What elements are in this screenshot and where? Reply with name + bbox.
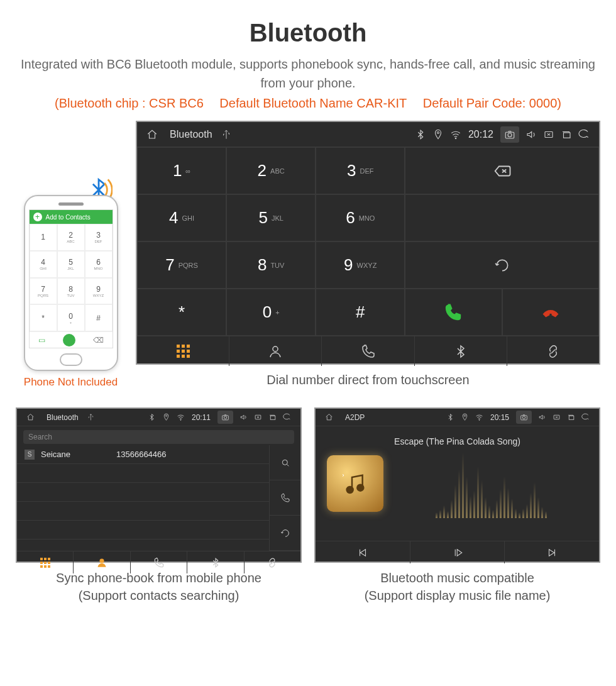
tab-settings[interactable] <box>245 551 300 573</box>
phone-key-1: 1 <box>30 224 57 251</box>
status-bar: Bluetooth 20:11 <box>17 409 300 426</box>
close-icon[interactable] <box>543 129 554 140</box>
bluetooth-status-icon <box>446 413 454 421</box>
contact-row-empty <box>17 483 269 502</box>
location-icon <box>461 413 469 421</box>
tab-pair[interactable] <box>187 551 244 573</box>
tab-keypad[interactable] <box>137 336 229 366</box>
spec-code: Default Pair Code: 0000) <box>423 96 561 110</box>
now-playing-title: Escape (The Pina Colada Song) <box>316 436 599 446</box>
recent-apps-icon[interactable] <box>268 413 277 421</box>
dial-key-2[interactable]: 2ABC <box>226 147 316 194</box>
dial-contact-button[interactable] <box>269 480 300 516</box>
tab-keypad[interactable] <box>17 551 74 573</box>
sync-button[interactable] <box>269 516 300 551</box>
dial-key-3[interactable]: 3DEF <box>316 147 405 194</box>
dial-key-8[interactable]: 8TUV <box>226 241 316 289</box>
back-icon[interactable] <box>581 413 590 421</box>
phone-key-#: # <box>85 304 113 331</box>
dial-key-#[interactable]: # <box>316 289 405 336</box>
voicemail-icon: ▭ <box>38 336 45 345</box>
dial-key-4[interactable]: 4GHI <box>137 194 226 241</box>
dial-key-*[interactable]: * <box>137 289 226 336</box>
home-icon[interactable] <box>325 413 333 421</box>
contact-row-empty <box>17 521 269 539</box>
tab-history[interactable] <box>322 336 414 366</box>
tab-contacts[interactable] <box>74 551 130 573</box>
wifi-icon <box>177 413 185 421</box>
location-icon <box>162 413 170 421</box>
dial-key-7[interactable]: 7PQRS <box>137 241 226 289</box>
dial-key-0[interactable]: 0+ <box>226 289 316 336</box>
back-icon[interactable] <box>283 413 291 421</box>
dial-key-1[interactable]: 1∞ <box>137 147 226 194</box>
home-icon[interactable] <box>26 413 35 421</box>
phone-dial-button <box>63 334 75 346</box>
next-track-button[interactable] <box>505 541 599 563</box>
hangup-button[interactable] <box>502 289 599 336</box>
clock: 20:15 <box>490 413 509 422</box>
clock: 20:11 <box>192 413 211 422</box>
phone-key-6: 6MNO <box>85 251 113 278</box>
status-bar: A2DP 20:15 <box>316 409 599 426</box>
prev-track-button[interactable] <box>316 541 410 563</box>
tab-settings[interactable] <box>507 336 599 366</box>
search-input[interactable]: Search <box>23 430 294 444</box>
spec-name: Default Bluetooth Name CAR-KIT <box>219 96 407 110</box>
recent-apps-icon[interactable] <box>567 413 575 421</box>
bluetooth-status-icon <box>415 129 426 140</box>
phone-key-4: 4GHI <box>30 251 57 278</box>
search-button[interactable] <box>269 445 300 480</box>
contact-row-empty <box>17 502 269 521</box>
page-subtitle: Integrated with BC6 Bluetooth module, su… <box>16 55 600 92</box>
phonebook-caption: Sync phone-book from mobile phone(Suppor… <box>16 569 302 604</box>
location-icon <box>432 129 444 140</box>
phone-mockup: +Add to Contacts 12ABC3DEF4GHI5JKL6MNO7P… <box>24 195 118 371</box>
phone-key-0: 0+ <box>57 304 85 331</box>
usb-icon <box>221 129 232 140</box>
screenshot-icon[interactable] <box>516 411 532 424</box>
statusbar-title: Bluetooth <box>47 413 79 422</box>
a2dp-panel: A2DP 20:15 Escape (The Pina Colada Song) <box>314 407 600 563</box>
tab-contacts[interactable] <box>229 336 322 366</box>
bluetooth-status-icon <box>148 413 156 421</box>
phone-key-3: 3DEF <box>85 224 113 251</box>
volume-icon[interactable] <box>538 413 546 421</box>
screenshot-icon[interactable] <box>500 126 519 143</box>
usb-icon <box>87 413 95 421</box>
phone-add-contacts: +Add to Contacts <box>30 210 113 224</box>
status-bar: Bluetooth 20:12 <box>137 122 599 147</box>
backspace-button[interactable] <box>405 147 599 194</box>
call-button[interactable] <box>405 289 502 336</box>
page-title: Bluetooth <box>16 19 600 47</box>
backspace-icon: ⌫ <box>93 336 104 345</box>
tab-pair[interactable] <box>415 336 507 366</box>
contact-row[interactable]: SSeicane13566664466 <box>17 445 269 464</box>
volume-icon[interactable] <box>525 129 537 140</box>
statusbar-title: Bluetooth <box>170 129 212 140</box>
recent-apps-icon[interactable] <box>561 129 572 140</box>
album-art <box>327 455 383 512</box>
dial-key-5[interactable]: 5JKL <box>226 194 316 241</box>
close-icon[interactable] <box>254 413 262 421</box>
phonebook-panel: Bluetooth 20:11 Search SSeicane135666644… <box>16 407 302 563</box>
phone-key-2: 2ABC <box>57 224 85 251</box>
volume-icon[interactable] <box>239 413 248 421</box>
back-icon[interactable] <box>578 129 590 140</box>
a2dp-caption: Bluetooth music compatible(Support displ… <box>314 569 600 604</box>
dial-key-6[interactable]: 6MNO <box>316 194 405 241</box>
tab-history[interactable] <box>131 551 187 573</box>
svg-point-8 <box>347 487 353 493</box>
wifi-icon <box>450 129 461 140</box>
dialer-panel: Bluetooth 20:12 1∞2ABC3DEF4GHI5JKL6MNO7P… <box>136 121 600 365</box>
clock: 20:12 <box>468 129 493 140</box>
screenshot-icon[interactable] <box>217 411 233 424</box>
dial-key-9[interactable]: 9WXYZ <box>316 241 405 289</box>
close-icon[interactable] <box>553 413 561 421</box>
home-icon[interactable] <box>146 129 158 140</box>
redial-button[interactable] <box>405 241 599 289</box>
phone-key-8: 8TUV <box>57 278 85 305</box>
statusbar-title: A2DP <box>345 413 365 422</box>
visualizer <box>395 449 588 518</box>
play-pause-button[interactable] <box>410 541 505 563</box>
